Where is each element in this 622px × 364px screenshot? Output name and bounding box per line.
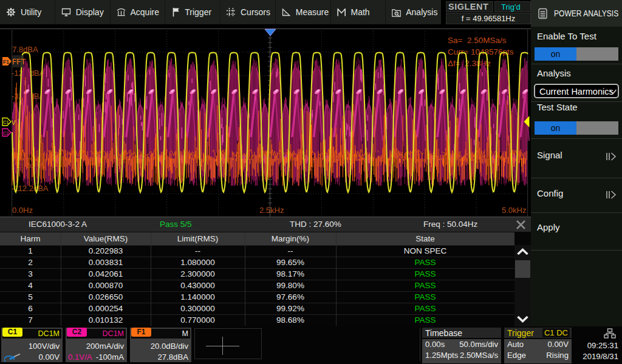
svg-text:V: V bbox=[12, 120, 16, 126]
svg-text:C2: C2 bbox=[3, 130, 9, 136]
svg-text:C1: C1 bbox=[3, 120, 9, 125]
svg-text:F1: F1 bbox=[3, 59, 9, 65]
